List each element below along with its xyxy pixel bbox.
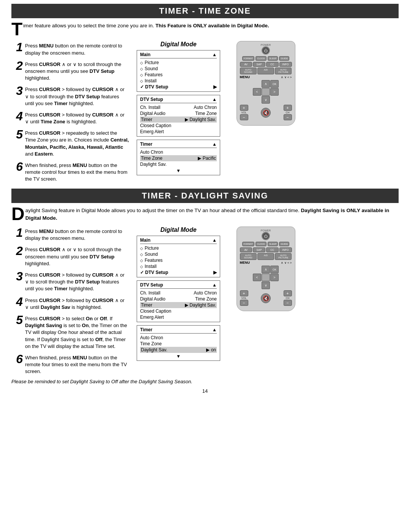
section1-title: TIMER - TIME ZONE: [159, 6, 251, 16]
menu-item: Closed Caption: [140, 308, 217, 314]
power-button[interactable]: ⏻: [262, 46, 270, 55]
menu-box-main-1: Main ▲ ◇ Picture ◇ Sound ◇ Features ◇ In…: [137, 50, 220, 92]
menu-item-highlighted: Timer▶ Daylight Sav.: [140, 116, 217, 123]
menu-nav-labels: MENU ∧ ∨ < >: [240, 75, 292, 79]
sleep-button-2[interactable]: SLEEP: [268, 242, 278, 246]
dpad-ok[interactable]: OK: [270, 80, 279, 88]
menu-item: Emerg Alert: [140, 314, 217, 320]
nav-labels: ∧ ∨ < >: [281, 76, 292, 79]
section1-intro-text: imer feature allows you to select the ti…: [23, 22, 269, 30]
menu-arrow-down: ▼: [140, 168, 217, 173]
footer-note: Please be reminded to set Daylight Savin…: [11, 379, 399, 384]
format-button-2[interactable]: FORMAT: [242, 242, 255, 246]
menu-label-2: MENU: [240, 261, 250, 264]
dpad-area-2: ∧ OK < > ∨: [240, 266, 292, 289]
dpad-2: ∧ OK < > ∨: [253, 266, 279, 289]
cc-button[interactable]: CC: [266, 62, 279, 67]
nav-labels-2: ∧ ∨ < >: [281, 261, 292, 264]
info-button[interactable]: INFO: [279, 62, 292, 67]
ad-button[interactable]: A/D: [257, 68, 274, 74]
dpad-empty-5: [253, 282, 261, 289]
auto-sound-button-2[interactable]: AUTOSOUND: [240, 253, 257, 260]
menu-item: ◇ Picture: [140, 245, 217, 251]
menu-box-timer-2: Timer ▲ Auto Chron Time Zone Daylight Sa…: [137, 325, 220, 361]
menu-item: Digital AudioTime Zone: [140, 296, 217, 302]
section1-intro: T imer feature allows you to select the …: [11, 22, 399, 36]
vol-down-button[interactable]: −: [240, 114, 248, 120]
cc-button-2[interactable]: CC: [266, 247, 279, 252]
ad-button-2[interactable]: A/D: [257, 253, 274, 260]
vol-down-button-2[interactable]: −: [240, 300, 248, 306]
section1-content: 1 Press MENU button on the remote contro…: [11, 41, 399, 183]
step-2-6: 6 When finished, press MENU button on th…: [11, 353, 129, 375]
sap-button-2[interactable]: SAP: [253, 247, 265, 252]
vol-up-button-2[interactable]: +: [240, 290, 248, 296]
section2-header: TIMER - DAYLIGHT SAVING: [11, 189, 399, 203]
remote-body-2: POWER ⏻ FORMAT CLOCK SLEEP GUIDE AV SAP …: [237, 227, 295, 311]
ch-up-button-2[interactable]: +: [284, 290, 292, 296]
menu-box-dtv-2: DTV Setup ▲ Ch. InstallAuto Chron Digita…: [137, 280, 220, 322]
menu-item: Auto Chron: [140, 335, 217, 341]
ch-down-button[interactable]: −: [284, 114, 292, 120]
section1-digital-mode: Digital Mode: [160, 41, 196, 48]
step-1-3: 3 Press CURSOR > followed by CURSOR ∧ or…: [11, 85, 129, 107]
menu-box-main-2: Main ▲ ◇ Picture ◇ Sound ◇ Features ◇ In…: [137, 236, 220, 277]
remote-control-1: POWER ⏻ FORMAT CLOCK SLEEP GUIDE AV: [237, 41, 295, 126]
ch-up-button[interactable]: +: [284, 105, 292, 111]
step-2-1: 1 Press MENU button on the remote contro…: [11, 227, 129, 242]
format-button[interactable]: FORMAT: [242, 56, 255, 61]
dpad-area: ∧ OK < > ∨: [240, 80, 292, 104]
vol-group-2: + VOL −: [240, 290, 248, 306]
clock-button[interactable]: CLOCK: [255, 56, 266, 61]
step-2-3: 3 Press CURSOR > followed by CURSOR ∧ or…: [11, 270, 129, 293]
guide-button[interactable]: GUIDE: [279, 56, 289, 61]
vol-label: VOL: [241, 111, 246, 114]
mute-button-2[interactable]: 🔇: [261, 293, 271, 303]
menu-title-main-1: Main ▲: [140, 52, 217, 58]
step-2-2: 2 Press CURSOR ∧ or ∨ to scroll through …: [11, 245, 129, 267]
auto-picture-button-2[interactable]: AUTOPICTURE: [275, 253, 292, 260]
dpad-left-2[interactable]: <: [253, 274, 261, 281]
remote-body-1: POWER ⏻ FORMAT CLOCK SLEEP GUIDE AV: [237, 41, 295, 126]
auto-picture-button[interactable]: AUTOPICTURE: [275, 68, 292, 74]
guide-button-2[interactable]: GUIDE: [279, 242, 289, 246]
menu-item: Daylight Sav.: [140, 161, 217, 167]
info-button-2[interactable]: INFO: [279, 247, 292, 252]
dpad-down[interactable]: ∨: [262, 96, 270, 104]
mute-button[interactable]: 🔇: [261, 108, 271, 118]
section2-title: TIMER - DAYLIGHT SAVING: [142, 191, 268, 200]
clock-button-2[interactable]: CLOCK: [255, 242, 266, 246]
power-button-2[interactable]: ⏻: [262, 232, 270, 240]
section1-diagram: Digital Mode Main ▲ ◇ Picture ◇ Sound ◇ …: [133, 41, 224, 178]
remote-auto-row: AUTOSOUND A/D AUTOPICTURE: [240, 68, 292, 74]
dpad-empty-4: [253, 266, 261, 273]
menu-item: ◇ Sound: [140, 66, 217, 72]
menu-box-dtv-1: DTV Setup ▲ Ch. InstallAuto Chron Digita…: [137, 95, 220, 137]
remote-control-2: POWER ⏻ FORMAT CLOCK SLEEP GUIDE AV SAP …: [237, 227, 295, 311]
section2-content: 1 Press MENU button on the remote contro…: [11, 227, 399, 375]
power-label-2: POWER: [261, 229, 271, 232]
ch-down-button-2[interactable]: −: [284, 300, 292, 306]
dpad-up-2[interactable]: ∧: [262, 266, 270, 273]
section2-drop-cap: D: [11, 207, 25, 221]
sap-button[interactable]: SAP: [253, 62, 265, 67]
dpad-left[interactable]: <: [253, 88, 261, 96]
dpad-up[interactable]: ∧: [262, 80, 270, 88]
dpad-right[interactable]: >: [270, 88, 279, 96]
ch-label: CH: [285, 111, 289, 114]
step-2-5: 5 Press CURSOR > to select On or Off. If…: [11, 314, 129, 350]
vol-up-button[interactable]: +: [240, 105, 248, 111]
dpad-center-2: [262, 274, 270, 281]
dpad-ok-2[interactable]: OK: [270, 266, 279, 273]
menu-item: Digital AudioTime Zone: [140, 110, 217, 116]
section2-intro: D aylight Saving feature in Digital Mode…: [11, 207, 399, 222]
dpad-down-2[interactable]: ∨: [262, 282, 270, 289]
dpad-right-2[interactable]: >: [270, 274, 279, 281]
vol-mute-ch: + VOL − 🔇 + CH −: [240, 105, 292, 120]
sleep-button[interactable]: SLEEP: [268, 56, 278, 61]
page-number: 14: [11, 388, 399, 394]
step-1-1: 1 Press MENU button on the remote contro…: [11, 41, 129, 56]
auto-sound-button[interactable]: AUTOSOUND: [240, 68, 257, 74]
av-button[interactable]: AV: [240, 62, 252, 67]
av-button-2[interactable]: AV: [240, 247, 252, 252]
